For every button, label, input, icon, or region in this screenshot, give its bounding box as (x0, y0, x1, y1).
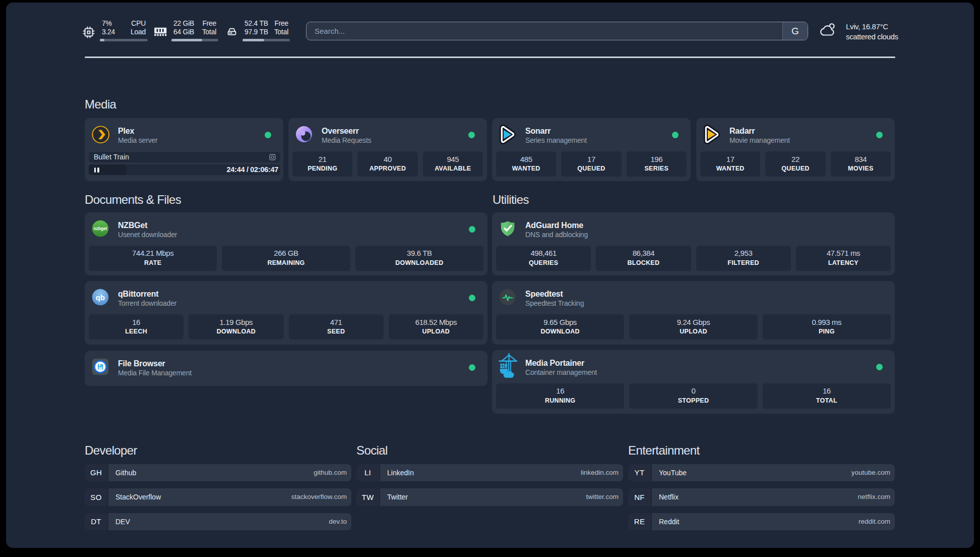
svg-text:qb: qb (96, 293, 105, 302)
svg-text:nzbget: nzbget (94, 227, 107, 231)
